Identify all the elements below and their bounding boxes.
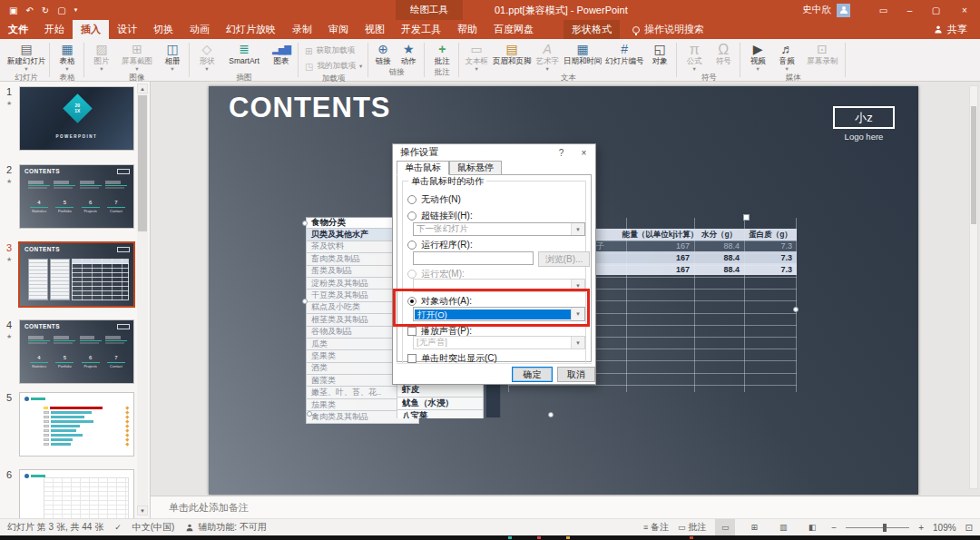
table-cell: 167 (626, 241, 694, 251)
food-item[interactable]: 八宝菜 (397, 410, 484, 418)
selection-handle[interactable] (548, 412, 554, 417)
tab-developer[interactable]: 开发工具 (393, 20, 449, 39)
tab-insert[interactable]: 插入 (73, 20, 109, 39)
slide-thumbnail-1[interactable]: 201X POWERPOINT (19, 86, 134, 151)
tab-review[interactable]: 审阅 (320, 20, 357, 39)
customize-qat-icon[interactable]: ▾ (74, 6, 78, 14)
minimize-button[interactable]: – (897, 0, 923, 20)
tab-mouse-click[interactable]: 单击鼠标 (397, 161, 449, 175)
thumbnail-scrollbar[interactable]: ▲ ▼ (137, 83, 148, 515)
dialog-title: 操作设置 (400, 146, 438, 159)
save-icon[interactable]: ▣ (9, 5, 17, 15)
scrollbar-thumb[interactable] (971, 106, 976, 224)
slide-thumbnail-3-selected[interactable]: CONTENTS (18, 241, 135, 308)
selection-handle[interactable] (302, 221, 308, 226)
tab-file[interactable]: 文件 (0, 20, 36, 39)
smartart-button[interactable]: ≣ SmartArt (221, 41, 267, 66)
action-button[interactable]: ★ 动作 (395, 41, 422, 66)
ok-button[interactable]: 确定 (512, 367, 553, 382)
slide-number-button[interactable]: # 幻灯片编号 (603, 41, 645, 66)
scrollbar-thumb[interactable] (138, 95, 147, 231)
mini-bar-chart (44, 406, 128, 447)
slide-sorter-view-button[interactable]: ⊞ (744, 519, 764, 536)
reading-view-button[interactable]: ▥ (773, 519, 793, 536)
zoom-out-button[interactable]: − (831, 523, 837, 533)
tab-mouse-over[interactable]: 鼠标悬停 (449, 161, 502, 175)
chart-button[interactable]: ▂▅▇ 图表 (267, 41, 296, 66)
notes-pane[interactable]: 单击此处添加备注 (151, 496, 980, 518)
link-button[interactable]: ⊕ 链接 (371, 41, 395, 66)
scroll-down-icon[interactable]: ▼ (137, 506, 148, 515)
checkbox-highlight-click[interactable]: 单击时突出显示(C) (407, 352, 497, 365)
tab-help[interactable]: 帮助 (449, 20, 485, 39)
date-time-button[interactable]: ▦ 日期和时间 (562, 41, 603, 66)
food-item-list-scrollbar[interactable] (485, 384, 501, 417)
scroll-up-icon[interactable]: ▲ (137, 83, 148, 93)
food-item[interactable]: 虾皮 (397, 384, 484, 398)
radio-no-action[interactable]: 无动作(N) (407, 193, 461, 206)
tab-record[interactable]: 录制 (284, 20, 320, 39)
radio-run-program[interactable]: 运行程序(R): (407, 239, 473, 251)
start-slideshow-icon[interactable]: ▢ (57, 5, 65, 15)
close-icon[interactable]: × (573, 144, 595, 161)
radio-hyperlink-to[interactable]: 超链接到(H): (407, 210, 473, 222)
zoom-in-button[interactable]: + (918, 523, 924, 533)
group-label: 链接 (371, 66, 422, 81)
comments-toggle[interactable]: ▭ 批注 (678, 521, 706, 534)
main-vertical-scrollbar[interactable] (969, 85, 978, 489)
notes-toggle[interactable]: ≡ 备注 (643, 521, 669, 534)
video-button[interactable]: ▶ 视频 ▾ (743, 41, 772, 72)
slide-thumbnail-2[interactable]: CONTENTS 4Statistics 5Portfolio 6Project… (19, 164, 134, 229)
dialog-title-bar[interactable]: 操作设置 ? × (393, 144, 595, 161)
food-item[interactable]: 鱿鱼（水浸） (397, 398, 484, 411)
tab-design[interactable]: 设计 (109, 20, 145, 39)
food-item-listbox[interactable]: 虾皮 鱿鱼（水浸） 八宝菜 (397, 384, 484, 418)
tab-baidu-netdisk[interactable]: 百度网盘 (485, 20, 542, 39)
slideshow-view-button[interactable]: ◧ (802, 519, 822, 536)
normal-view-button[interactable]: ▭ (715, 519, 735, 536)
program-path-input[interactable] (413, 251, 534, 265)
selection-handle[interactable] (793, 307, 799, 312)
table-button[interactable]: ▦ 表格 ▾ (53, 41, 82, 72)
spellcheck-icon[interactable]: ✓ (114, 523, 122, 532)
photo-album-button[interactable]: ◫ 相册 ▾ (158, 41, 187, 72)
header-footer-button[interactable]: ▤ 页眉和页脚 (491, 41, 533, 66)
cancel-button[interactable]: 取消 (557, 367, 595, 382)
new-slide-button[interactable]: ▤ 新建幻灯片 ▾ (5, 41, 47, 72)
zoom-slider[interactable] (846, 527, 909, 528)
selection-handle[interactable] (302, 299, 308, 304)
slide-thumbnail-5[interactable] (19, 392, 134, 457)
undo-icon[interactable]: ↶ (25, 5, 33, 15)
picture-button: ▨ 图片 ▾ (87, 41, 116, 72)
zoom-slider-thumb[interactable] (883, 524, 887, 532)
help-icon[interactable]: ? (550, 144, 573, 161)
tab-view[interactable]: 视图 (357, 20, 393, 39)
slide-thumbnail-panel: 1 ★ 201X POWERPOINT 2 ★ CONTENTS 4Statis… (0, 82, 151, 518)
language-indicator[interactable]: 中文(中国) (132, 521, 175, 534)
user-name[interactable]: 史中欣 (803, 4, 832, 16)
redo-icon[interactable]: ↻ (42, 5, 49, 15)
selection-handle[interactable] (307, 411, 312, 417)
close-button[interactable]: × (949, 0, 980, 20)
tab-home[interactable]: 开始 (36, 20, 73, 39)
tab-shape-format[interactable]: 形状格式 (564, 20, 620, 39)
zoom-percentage[interactable]: 109% (933, 523, 956, 533)
tab-animations[interactable]: 动画 (181, 20, 218, 39)
share-button[interactable]: 共享 (934, 20, 967, 39)
fit-to-window-button[interactable]: ⊡ (965, 523, 973, 533)
chevron-down-icon: ▾ (359, 64, 362, 69)
status-bar: 幻灯片 第 3 张, 共 44 张 ✓ 中文(中国) 辅助功能: 不可用 ≡ 备… (0, 518, 980, 535)
ribbon-display-options-icon[interactable]: ▭ (870, 0, 897, 20)
tell-me-search[interactable]: 操作说明搜索 (632, 20, 704, 39)
object-button[interactable]: ◱ 对象 (645, 41, 674, 66)
hyperlink-target-dropdown[interactable]: 下一张幻灯片 ▼ (413, 222, 585, 236)
tab-slideshow[interactable]: 幻灯片放映 (218, 20, 284, 39)
accessibility-status[interactable]: 辅助功能: 不可用 (185, 521, 267, 534)
tab-transitions[interactable]: 切换 (145, 20, 181, 39)
audio-button[interactable]: ♬ 音频 ▾ (772, 41, 801, 72)
comment-button[interactable]: + 批注 (427, 41, 456, 66)
selection-handle[interactable] (743, 214, 750, 221)
avatar[interactable] (837, 4, 850, 17)
slide-thumbnail-4[interactable]: CONTENTS 4Statistics 5Portfolio 6Project… (19, 319, 134, 384)
restore-button[interactable]: ▢ (923, 0, 949, 20)
